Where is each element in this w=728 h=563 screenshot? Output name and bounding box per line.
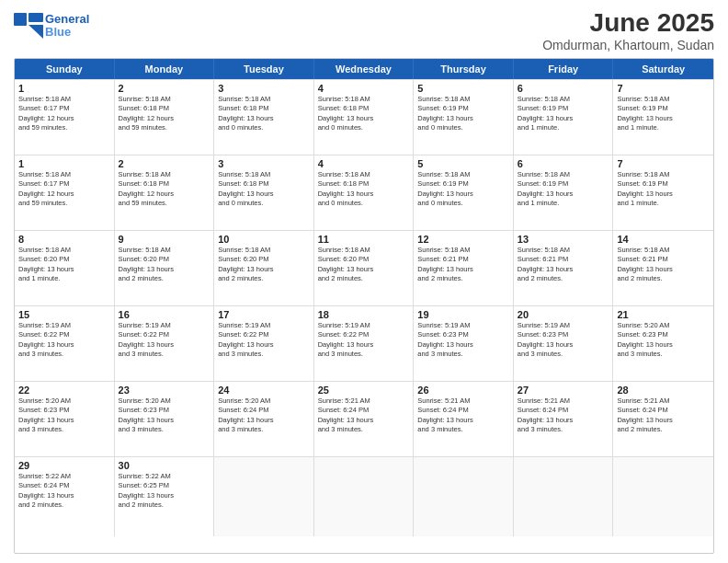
day-info: Sunrise: 5:18 AM Sunset: 6:17 PM Dayligh…: [18, 170, 110, 209]
svg-rect-0: [14, 13, 27, 26]
day-info: Sunrise: 5:18 AM Sunset: 6:19 PM Dayligh…: [417, 170, 509, 209]
day-info: Sunrise: 5:19 AM Sunset: 6:22 PM Dayligh…: [119, 321, 210, 360]
day-number: 30: [119, 460, 210, 471]
day-info: Sunrise: 5:18 AM Sunset: 6:19 PM Dayligh…: [518, 95, 609, 133]
calendar-cell: 16Sunrise: 5:19 AM Sunset: 6:22 PM Dayli…: [115, 306, 215, 385]
day-number: 11: [318, 234, 410, 245]
day-info: Sunrise: 5:19 AM Sunset: 6:23 PM Dayligh…: [518, 321, 609, 360]
calendar-cell: 27Sunrise: 5:21 AM Sunset: 6:24 PM Dayli…: [514, 382, 614, 461]
day-info: Sunrise: 5:18 AM Sunset: 6:21 PM Dayligh…: [518, 246, 609, 284]
calendar-cell: 13Sunrise: 5:18 AM Sunset: 6:21 PM Dayli…: [514, 231, 614, 310]
calendar-cell: 14Sunrise: 5:18 AM Sunset: 6:21 PM Dayli…: [613, 231, 713, 310]
calendar-row: 29Sunrise: 5:22 AM Sunset: 6:24 PM Dayli…: [15, 456, 713, 532]
day-info: Sunrise: 5:21 AM Sunset: 6:24 PM Dayligh…: [318, 396, 410, 435]
day-info: Sunrise: 5:18 AM Sunset: 6:17 PM Dayligh…: [18, 95, 110, 133]
day-info: Sunrise: 5:18 AM Sunset: 6:18 PM Dayligh…: [119, 170, 210, 209]
day-info: Sunrise: 5:18 AM Sunset: 6:18 PM Dayligh…: [218, 95, 310, 133]
day-info: Sunrise: 5:19 AM Sunset: 6:22 PM Dayligh…: [318, 321, 410, 360]
svg-rect-1: [28, 13, 43, 22]
day-number: 4: [318, 158, 410, 169]
calendar-cell: [314, 457, 415, 536]
day-number: 1: [18, 158, 110, 169]
calendar-header-day: Saturday: [613, 59, 713, 79]
calendar-cell: [214, 457, 314, 536]
day-info: Sunrise: 5:18 AM Sunset: 6:19 PM Dayligh…: [617, 95, 710, 133]
calendar-row: 22Sunrise: 5:20 AM Sunset: 6:23 PM Dayli…: [15, 381, 713, 456]
day-number: 12: [417, 234, 509, 245]
day-number: 15: [18, 309, 110, 320]
day-number: 6: [518, 83, 609, 94]
calendar-header-day: Tuesday: [214, 59, 314, 79]
day-number: 18: [318, 309, 410, 320]
calendar-cell: 12Sunrise: 5:18 AM Sunset: 6:21 PM Dayli…: [414, 231, 514, 310]
day-number: 22: [18, 385, 110, 396]
day-number: 8: [18, 234, 110, 245]
day-number: 17: [218, 309, 310, 320]
calendar-header-day: Sunday: [15, 59, 115, 79]
calendar-cell: 4Sunrise: 5:18 AM Sunset: 6:18 PM Daylig…: [314, 155, 415, 235]
day-number: 21: [617, 309, 710, 320]
day-number: 25: [318, 385, 410, 396]
calendar-cell: [514, 457, 614, 536]
day-number: 13: [518, 234, 609, 245]
calendar-row: 1Sunrise: 5:18 AM Sunset: 6:17 PM Daylig…: [15, 79, 713, 155]
day-info: Sunrise: 5:18 AM Sunset: 6:20 PM Dayligh…: [218, 246, 310, 284]
calendar-row: 8Sunrise: 5:18 AM Sunset: 6:20 PM Daylig…: [15, 230, 713, 305]
calendar-cell: 6Sunrise: 5:18 AM Sunset: 6:19 PM Daylig…: [514, 80, 614, 159]
day-info: Sunrise: 5:21 AM Sunset: 6:24 PM Dayligh…: [617, 396, 710, 435]
calendar-header: SundayMondayTuesdayWednesdayThursdayFrid…: [15, 59, 713, 79]
day-number: 7: [617, 158, 710, 169]
day-info: Sunrise: 5:22 AM Sunset: 6:25 PM Dayligh…: [119, 472, 210, 511]
calendar-cell: 9Sunrise: 5:18 AM Sunset: 6:20 PM Daylig…: [115, 231, 215, 310]
main-title: June 2025: [542, 9, 714, 38]
day-number: 2: [119, 158, 210, 169]
calendar-cell: 24Sunrise: 5:20 AM Sunset: 6:24 PM Dayli…: [214, 382, 314, 461]
day-info: Sunrise: 5:19 AM Sunset: 6:23 PM Dayligh…: [417, 321, 509, 360]
day-number: 3: [218, 83, 310, 94]
calendar-cell: 2Sunrise: 5:18 AM Sunset: 6:18 PM Daylig…: [115, 80, 215, 159]
title-block: June 2025 Omdurman, Khartoum, Sudan: [542, 9, 714, 52]
day-info: Sunrise: 5:22 AM Sunset: 6:24 PM Dayligh…: [18, 472, 110, 511]
day-info: Sunrise: 5:19 AM Sunset: 6:22 PM Dayligh…: [18, 321, 110, 360]
day-info: Sunrise: 5:18 AM Sunset: 6:19 PM Dayligh…: [417, 95, 509, 133]
calendar-cell: 4Sunrise: 5:18 AM Sunset: 6:18 PM Daylig…: [314, 80, 415, 159]
day-number: 6: [518, 158, 609, 169]
calendar-cell: 19Sunrise: 5:19 AM Sunset: 6:23 PM Dayli…: [414, 306, 514, 385]
day-number: 19: [417, 309, 509, 320]
calendar-cell: 1Sunrise: 5:18 AM Sunset: 6:17 PM Daylig…: [15, 155, 115, 235]
calendar-cell: 7Sunrise: 5:18 AM Sunset: 6:19 PM Daylig…: [613, 80, 713, 159]
calendar-cell: 30Sunrise: 5:22 AM Sunset: 6:25 PM Dayli…: [115, 457, 215, 536]
calendar-header-day: Wednesday: [314, 59, 415, 79]
calendar-cell: 11Sunrise: 5:18 AM Sunset: 6:20 PM Dayli…: [314, 231, 415, 310]
calendar-cell: 7Sunrise: 5:18 AM Sunset: 6:19 PM Daylig…: [613, 155, 713, 235]
day-info: Sunrise: 5:18 AM Sunset: 6:18 PM Dayligh…: [318, 95, 410, 133]
svg-marker-2: [28, 25, 43, 39]
calendar-header-day: Monday: [115, 59, 215, 79]
day-number: 1: [18, 83, 110, 94]
page: General Blue June 2025 Omdurman, Khartou…: [0, 0, 728, 563]
calendar-header-day: Friday: [514, 59, 614, 79]
day-number: 2: [119, 83, 210, 94]
day-info: Sunrise: 5:18 AM Sunset: 6:18 PM Dayligh…: [318, 170, 410, 209]
day-info: Sunrise: 5:21 AM Sunset: 6:24 PM Dayligh…: [518, 396, 609, 435]
day-number: 3: [218, 158, 310, 169]
calendar-row: 1Sunrise: 5:18 AM Sunset: 6:17 PM Daylig…: [15, 155, 713, 230]
day-info: Sunrise: 5:20 AM Sunset: 6:23 PM Dayligh…: [617, 321, 710, 360]
calendar-cell: 22Sunrise: 5:20 AM Sunset: 6:23 PM Dayli…: [15, 382, 115, 461]
day-info: Sunrise: 5:18 AM Sunset: 6:19 PM Dayligh…: [518, 170, 609, 209]
day-number: 10: [218, 234, 310, 245]
day-number: 27: [518, 385, 609, 396]
calendar-body: 1Sunrise: 5:18 AM Sunset: 6:17 PM Daylig…: [15, 79, 713, 532]
calendar: SundayMondayTuesdayWednesdayThursdayFrid…: [14, 58, 714, 554]
logo: General Blue: [14, 13, 89, 40]
day-info: Sunrise: 5:18 AM Sunset: 6:21 PM Dayligh…: [417, 246, 509, 284]
day-info: Sunrise: 5:18 AM Sunset: 6:18 PM Dayligh…: [218, 170, 310, 209]
calendar-cell: 26Sunrise: 5:21 AM Sunset: 6:24 PM Dayli…: [414, 382, 514, 461]
day-info: Sunrise: 5:20 AM Sunset: 6:23 PM Dayligh…: [119, 396, 210, 435]
calendar-cell: 6Sunrise: 5:18 AM Sunset: 6:19 PM Daylig…: [514, 155, 614, 235]
calendar-cell: 15Sunrise: 5:19 AM Sunset: 6:22 PM Dayli…: [15, 306, 115, 385]
day-info: Sunrise: 5:21 AM Sunset: 6:24 PM Dayligh…: [417, 396, 509, 435]
calendar-cell: 8Sunrise: 5:18 AM Sunset: 6:20 PM Daylig…: [15, 231, 115, 310]
calendar-cell: 5Sunrise: 5:18 AM Sunset: 6:19 PM Daylig…: [414, 155, 514, 235]
day-number: 14: [617, 234, 710, 245]
